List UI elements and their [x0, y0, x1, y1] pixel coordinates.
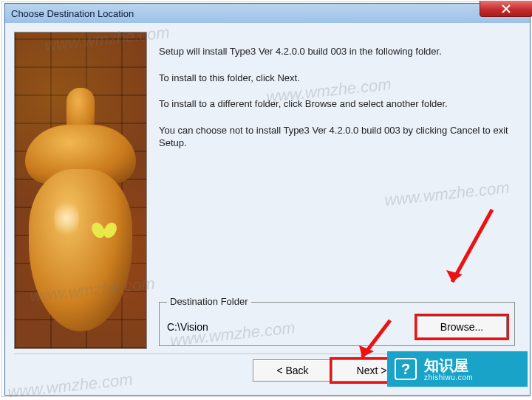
right-pane: Setup will install Type3 Ver 4.2.0.0 bui…	[159, 32, 521, 349]
content-row: Setup will install Type3 Ver 4.2.0.0 bui…	[14, 32, 521, 349]
back-button[interactable]: < Back	[253, 359, 332, 382]
wizard-side-image	[14, 32, 147, 349]
titlebar: Choose Destination Location	[5, 4, 530, 23]
intro-paragraph-4: You can choose not to install Type3 Ver …	[159, 124, 515, 150]
close-icon	[502, 4, 511, 13]
badge-title: 知识屋	[424, 357, 473, 373]
window-title: Choose Destination Location	[10, 8, 134, 19]
client-area: Setup will install Type3 Ver 4.2.0.0 bui…	[5, 23, 530, 395]
intro-paragraph-3: To install to a different folder, click …	[159, 97, 515, 111]
destination-legend: Destination Folder	[167, 296, 251, 307]
close-button[interactable]	[480, 1, 532, 17]
intro-paragraph-1: Setup will install Type3 Ver 4.2.0.0 bui…	[159, 45, 515, 58]
wizard-window: Choose Destination Location Setup will i…	[4, 3, 531, 396]
badge-mark-icon: ?	[395, 358, 417, 380]
butterfly-icon	[92, 221, 116, 241]
intro-paragraph-2: To install to this folder, click Next.	[159, 72, 515, 85]
browse-button[interactable]: Browse...	[417, 316, 507, 338]
destination-path: C:\Vision	[167, 321, 409, 333]
mannequin-graphic	[21, 88, 140, 349]
destination-folder-group: Destination Folder C:\Vision Browse...	[159, 302, 515, 346]
zhishiwu-badge: ? 知识屋 zhishiwu.com	[387, 351, 528, 387]
badge-subtitle: zhishiwu.com	[424, 373, 473, 382]
